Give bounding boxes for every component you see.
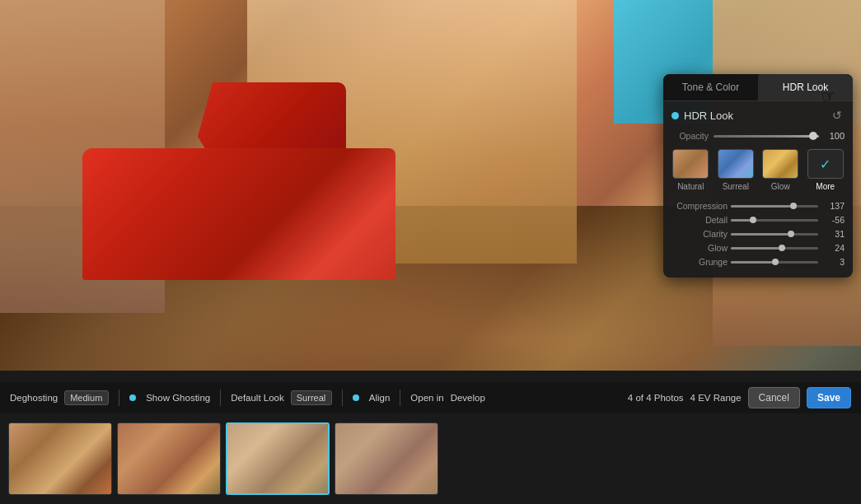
tab-tone-color[interactable]: Tone & Color [663,74,758,100]
clarity-label: Clarity [671,229,728,239]
grunge-slider[interactable] [731,261,818,264]
truck-body [82,148,395,280]
compression-row: Compression 137 [671,201,845,211]
clarity-slider[interactable] [731,233,818,236]
clarity-row: Clarity 31 [671,229,845,239]
deghosting-select[interactable]: Medium Low High [64,390,109,405]
separator-4 [400,390,400,406]
compression-thumb [790,203,797,209]
preset-surreal[interactable]: Surreal [718,149,754,191]
save-button[interactable]: Save [807,387,851,408]
bottom-bar-right: 4 of 4 Photos 4 EV Range Cancel Save [628,387,851,408]
glow-row: Glow 24 [671,243,845,253]
look-label: Default Look [231,393,284,403]
develop-label: Develop [451,393,485,403]
preset-grid: Natural Surreal Glow ✓ More [663,146,853,198]
preset-thumb-natural [672,149,709,179]
photos-count: 4 of 4 Photos [628,393,684,403]
align-label: Align [369,393,391,403]
grunge-label: Grunge [671,257,728,267]
detail-fill [731,219,750,222]
separator-1 [119,390,119,406]
glow-thumb [779,245,785,251]
glow-slider[interactable] [731,247,818,250]
glow-fill [731,247,779,250]
active-indicator [671,112,679,119]
open-in-label: Open in [410,393,443,403]
ghosting-label: Show Ghosting [146,393,210,403]
grunge-value: 3 [821,257,845,267]
preset-thumb-surreal [718,149,754,179]
thumb-image-3 [227,424,328,493]
deghosting-label: Deghosting [10,393,58,403]
clarity-thumb [788,231,794,237]
preset-glow[interactable]: Glow [762,149,798,191]
glow-label: Glow [671,243,728,253]
panel-title: HDR Look [684,110,825,122]
grunge-thumb [772,259,779,265]
detail-row: Detail -56 [671,215,845,225]
preset-label-natural: Natural [677,182,704,191]
hdr-panel: Tone & Color HDR Look HDR Look ↺ Opacity… [663,74,853,278]
grunge-row: Grunge 3 [671,257,845,267]
clarity-fill [731,233,788,236]
clarity-value: 31 [821,229,845,239]
separator-3 [342,390,343,406]
detail-label: Detail [671,215,728,225]
preset-label-surreal: Surreal [723,182,749,191]
compression-label: Compression [671,201,728,211]
separator-2 [220,390,221,406]
opacity-value: 100 [824,131,845,141]
detail-slider[interactable] [731,219,818,222]
detail-value: -56 [821,215,845,225]
panel-tabs: Tone & Color HDR Look [663,74,853,101]
truck [66,91,478,305]
thumbnail-4[interactable] [335,422,438,495]
preset-natural[interactable]: Natural [672,149,709,191]
ghosting-dot [129,394,136,401]
reset-button[interactable]: ↺ [830,108,845,123]
thumb-image-4 [335,423,438,494]
opacity-label: Opacity [671,131,709,141]
thumb-image-2 [118,423,220,494]
bottom-bar: Deghosting Medium Low High Show Ghosting… [0,382,861,413]
preset-thumb-more: ✓ [807,149,844,179]
compression-fill [731,205,790,208]
preset-thumb-glow [762,149,798,179]
sliders-section: Compression 137 Detail -56 Clarity 31 [663,198,853,278]
preset-more[interactable]: ✓ More [807,149,844,191]
compression-slider[interactable] [731,205,818,208]
checkmark-icon: ✓ [820,156,831,172]
glow-value: 24 [821,243,845,253]
cancel-button[interactable]: Cancel [748,387,800,408]
preset-label-glow: Glow [771,182,790,191]
align-dot [353,394,359,401]
grunge-fill [731,261,772,264]
detail-thumb [750,217,756,223]
opacity-row: Opacity 100 [663,129,853,146]
compression-value: 137 [821,201,845,211]
look-select[interactable]: Surreal Natural Glow [291,390,332,405]
thumbnail-2[interactable] [117,422,221,495]
thumbnail-3[interactable] [226,422,330,495]
panel-header: HDR Look ↺ [663,101,853,129]
thumb-image-1 [9,423,111,494]
thumbnail-1[interactable] [8,422,112,495]
thumbnail-strip [0,413,478,504]
ev-range: 4 EV Range [690,393,742,403]
tab-hdr-look[interactable]: HDR Look [758,74,853,100]
opacity-slider[interactable] [714,135,819,138]
opacity-thumb [809,132,817,140]
preset-label-more: More [816,182,835,191]
